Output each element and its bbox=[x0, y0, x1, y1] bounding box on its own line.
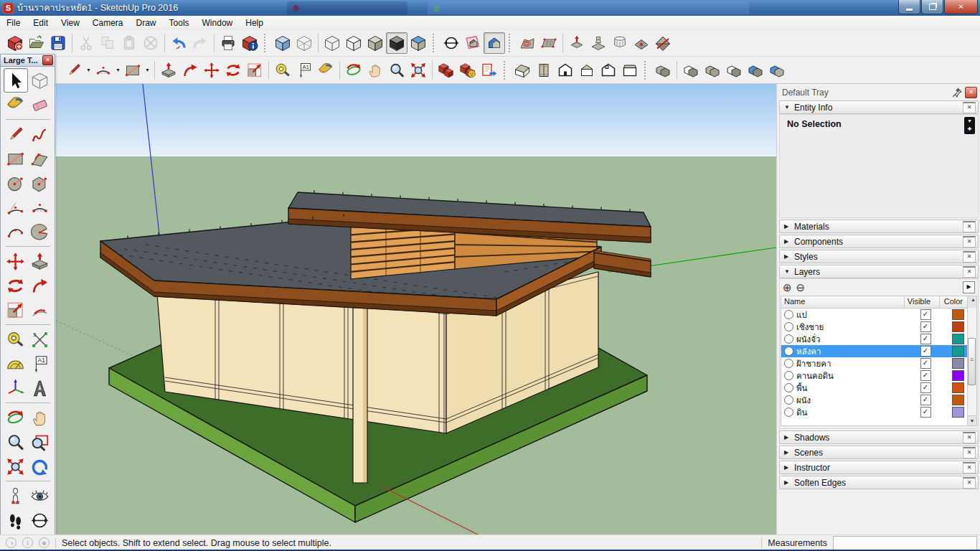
shaded-textures-button[interactable] bbox=[386, 32, 407, 54]
menu-view[interactable]: View bbox=[55, 17, 86, 29]
view-iso-button[interactable] bbox=[512, 60, 533, 81]
tray-section-layers[interactable]: ▼Layers✕ bbox=[779, 265, 979, 278]
menu-edit[interactable]: Edit bbox=[27, 17, 55, 29]
rectangle-button[interactable] bbox=[122, 60, 143, 81]
move-tool-button[interactable] bbox=[4, 249, 28, 273]
layer-radio[interactable] bbox=[784, 408, 793, 417]
palette-close-button[interactable]: ✕ bbox=[42, 55, 53, 65]
scale-tool-button[interactable] bbox=[4, 298, 28, 322]
column-header-name[interactable]: Name bbox=[781, 296, 905, 308]
rectangle-dropdown-arrow[interactable]: ▼ bbox=[143, 60, 151, 81]
polygon-tool-button[interactable] bbox=[28, 171, 52, 195]
cut-button[interactable] bbox=[75, 32, 97, 54]
look-around-tool-button[interactable] bbox=[28, 484, 52, 508]
back-edges-button[interactable] bbox=[293, 32, 315, 54]
print-button[interactable] bbox=[217, 32, 239, 54]
layer-visible-checkbox[interactable]: ✓ bbox=[920, 370, 931, 381]
layer-radio[interactable] bbox=[784, 359, 793, 368]
from-contours-button[interactable] bbox=[517, 32, 538, 54]
layer-visible-checkbox[interactable]: ✓ bbox=[920, 407, 931, 418]
tape-tool-button[interactable] bbox=[4, 327, 28, 352]
section-plane-button[interactable] bbox=[462, 32, 484, 54]
rotate-button[interactable] bbox=[222, 60, 244, 81]
layer-radio[interactable] bbox=[784, 371, 793, 380]
text-tool-button[interactable]: A1 bbox=[28, 352, 52, 376]
circle-tool-button[interactable] bbox=[4, 171, 28, 195]
share-model-button[interactable] bbox=[457, 60, 479, 81]
layer-visible-checkbox[interactable]: ✓ bbox=[920, 309, 931, 320]
toolbar-grip[interactable] bbox=[504, 61, 507, 80]
orbit-button[interactable] bbox=[343, 60, 364, 81]
layer-radio[interactable] bbox=[784, 322, 793, 331]
minimize-button[interactable] bbox=[898, 0, 920, 14]
tray-close-button[interactable]: ✕ bbox=[965, 87, 977, 98]
layer-color-swatch[interactable] bbox=[952, 321, 964, 332]
union-button[interactable] bbox=[702, 60, 723, 81]
line-tool-button[interactable] bbox=[4, 122, 28, 146]
tray-section-entity-info[interactable]: ▼Entity Info✕ bbox=[779, 100, 979, 114]
layer-color-swatch[interactable] bbox=[952, 346, 964, 357]
section-plane-tool-tool-button[interactable] bbox=[28, 508, 52, 532]
layer-visible-checkbox[interactable]: ✓ bbox=[920, 382, 931, 393]
layer-row[interactable]: ดิน ✓ bbox=[781, 406, 976, 418]
two-point-arc-button[interactable] bbox=[93, 60, 114, 81]
section-close-button[interactable]: ✕ bbox=[963, 432, 976, 443]
outer-shell-button[interactable] bbox=[652, 60, 674, 81]
column-header-visible[interactable]: Visible bbox=[905, 296, 940, 308]
sign-in-icon[interactable]: ☻ bbox=[39, 537, 50, 548]
menu-camera[interactable]: Camera bbox=[86, 17, 130, 29]
section-close-button[interactable]: ✕ bbox=[963, 462, 976, 474]
view-top-button[interactable] bbox=[533, 60, 555, 81]
add-layer-button[interactable]: ⊕ bbox=[783, 282, 792, 293]
entity-details-toggle[interactable]: ▼✚ bbox=[964, 117, 975, 134]
axes-tool-button[interactable] bbox=[4, 376, 28, 400]
section-close-button[interactable]: ✕ bbox=[963, 477, 976, 489]
three-point-arc-tool-button[interactable] bbox=[4, 220, 28, 244]
orbit-tool-button[interactable] bbox=[4, 405, 28, 430]
remove-layer-button[interactable]: ⊖ bbox=[796, 282, 806, 293]
layer-color-swatch[interactable] bbox=[952, 382, 964, 393]
section-close-button[interactable]: ✕ bbox=[963, 251, 976, 263]
text-button[interactable]: A1 bbox=[293, 60, 315, 81]
section-close-button[interactable]: ✕ bbox=[963, 102, 976, 113]
line-button[interactable] bbox=[63, 60, 85, 81]
layer-visible-checkbox[interactable]: ✓ bbox=[920, 346, 931, 357]
pan-button[interactable] bbox=[364, 60, 386, 81]
layer-radio[interactable] bbox=[784, 347, 793, 356]
layer-radio[interactable] bbox=[784, 310, 793, 319]
toolbar-grip[interactable] bbox=[509, 34, 512, 52]
dimension-tool-button[interactable]: 3 bbox=[28, 327, 52, 352]
two-point-arc-tool-button[interactable] bbox=[28, 195, 52, 220]
offset-tool-button[interactable] bbox=[28, 298, 52, 322]
view-left-button[interactable] bbox=[619, 60, 641, 81]
make-component-tool-button[interactable] bbox=[28, 68, 52, 93]
view-back-button[interactable] bbox=[598, 60, 619, 81]
tray-section-shadows[interactable]: ▶Shadows✕ bbox=[779, 430, 979, 444]
section-close-button[interactable]: ✕ bbox=[963, 221, 976, 232]
layer-radio[interactable] bbox=[784, 383, 793, 392]
scale-button[interactable] bbox=[244, 60, 265, 81]
eraser-tool-button[interactable] bbox=[28, 93, 52, 117]
stamp-button[interactable] bbox=[588, 32, 609, 54]
layer-color-swatch[interactable] bbox=[952, 334, 964, 344]
title-bar[interactable]: S บ้านราคาประหยัด1 - SketchUp Pro 2016 ✕ bbox=[0, 0, 980, 16]
toolbar-grip[interactable] bbox=[433, 34, 436, 52]
shaded-button[interactable] bbox=[364, 32, 386, 54]
pie-tool-button[interactable] bbox=[28, 220, 52, 244]
layers-scrollbar[interactable]: ▼ bbox=[967, 308, 976, 425]
tray-section-materials[interactable]: ▶Materials✕ bbox=[779, 220, 979, 233]
copy-button[interactable] bbox=[97, 32, 118, 54]
scroll-up-button[interactable]: ▲ bbox=[968, 296, 976, 308]
section-close-button[interactable]: ✕ bbox=[963, 236, 976, 248]
protractor-tool-button[interactable] bbox=[4, 352, 28, 376]
view-front-button[interactable] bbox=[555, 60, 576, 81]
toolbar-grip[interactable] bbox=[264, 34, 268, 52]
viewport-3d[interactable] bbox=[56, 84, 776, 534]
pushpull-tool-button[interactable] bbox=[28, 249, 52, 273]
layer-row[interactable]: ฝ้าชายคา ✓ bbox=[781, 357, 976, 369]
line-dropdown-arrow[interactable]: ▼ bbox=[85, 60, 93, 81]
wireframe-button[interactable] bbox=[321, 32, 343, 54]
paint-tool-button[interactable] bbox=[4, 93, 28, 117]
arc-tool-button[interactable] bbox=[4, 195, 28, 220]
subtract-button[interactable] bbox=[723, 60, 745, 81]
